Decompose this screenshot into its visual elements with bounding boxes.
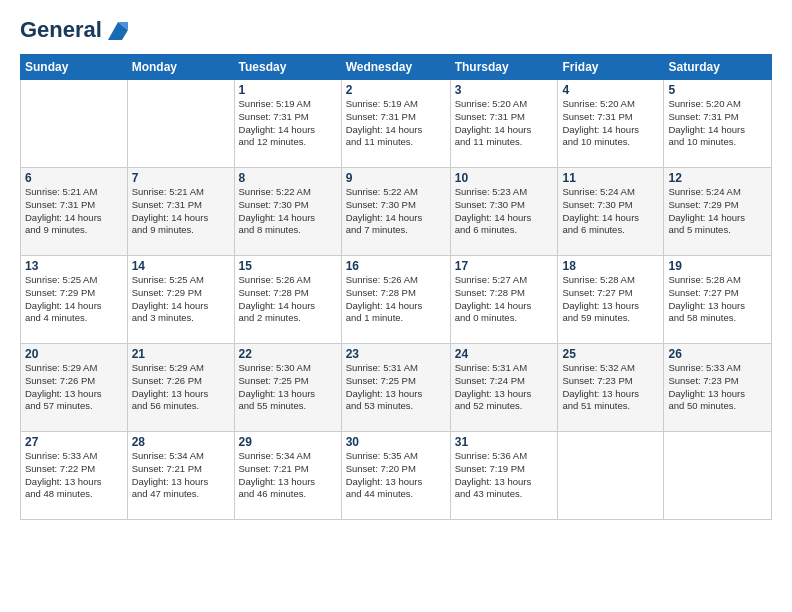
calendar-day-cell: 6Sunrise: 5:21 AM Sunset: 7:31 PM Daylig… bbox=[21, 168, 128, 256]
day-info: Sunrise: 5:36 AM Sunset: 7:19 PM Dayligh… bbox=[455, 450, 554, 501]
day-info: Sunrise: 5:30 AM Sunset: 7:25 PM Dayligh… bbox=[239, 362, 337, 413]
calendar-day-cell: 29Sunrise: 5:34 AM Sunset: 7:21 PM Dayli… bbox=[234, 432, 341, 520]
day-info: Sunrise: 5:34 AM Sunset: 7:21 PM Dayligh… bbox=[132, 450, 230, 501]
calendar-day-cell: 25Sunrise: 5:32 AM Sunset: 7:23 PM Dayli… bbox=[558, 344, 664, 432]
day-info: Sunrise: 5:29 AM Sunset: 7:26 PM Dayligh… bbox=[132, 362, 230, 413]
day-info: Sunrise: 5:20 AM Sunset: 7:31 PM Dayligh… bbox=[668, 98, 767, 149]
day-number: 13 bbox=[25, 259, 123, 273]
day-info: Sunrise: 5:20 AM Sunset: 7:31 PM Dayligh… bbox=[562, 98, 659, 149]
day-number: 29 bbox=[239, 435, 337, 449]
header: General bbox=[20, 16, 772, 44]
day-info: Sunrise: 5:26 AM Sunset: 7:28 PM Dayligh… bbox=[239, 274, 337, 325]
day-number: 3 bbox=[455, 83, 554, 97]
calendar-day-cell bbox=[558, 432, 664, 520]
day-number: 6 bbox=[25, 171, 123, 185]
calendar-day-header: Tuesday bbox=[234, 55, 341, 80]
day-number: 25 bbox=[562, 347, 659, 361]
day-info: Sunrise: 5:23 AM Sunset: 7:30 PM Dayligh… bbox=[455, 186, 554, 237]
day-info: Sunrise: 5:35 AM Sunset: 7:20 PM Dayligh… bbox=[346, 450, 446, 501]
day-number: 1 bbox=[239, 83, 337, 97]
calendar-header-row: SundayMondayTuesdayWednesdayThursdayFrid… bbox=[21, 55, 772, 80]
day-number: 9 bbox=[346, 171, 446, 185]
day-number: 11 bbox=[562, 171, 659, 185]
calendar-day-cell: 5Sunrise: 5:20 AM Sunset: 7:31 PM Daylig… bbox=[664, 80, 772, 168]
calendar-day-header: Saturday bbox=[664, 55, 772, 80]
day-number: 23 bbox=[346, 347, 446, 361]
day-info: Sunrise: 5:19 AM Sunset: 7:31 PM Dayligh… bbox=[346, 98, 446, 149]
calendar-day-cell: 15Sunrise: 5:26 AM Sunset: 7:28 PM Dayli… bbox=[234, 256, 341, 344]
day-info: Sunrise: 5:19 AM Sunset: 7:31 PM Dayligh… bbox=[239, 98, 337, 149]
day-number: 26 bbox=[668, 347, 767, 361]
day-info: Sunrise: 5:27 AM Sunset: 7:28 PM Dayligh… bbox=[455, 274, 554, 325]
day-info: Sunrise: 5:25 AM Sunset: 7:29 PM Dayligh… bbox=[132, 274, 230, 325]
calendar-week-row: 27Sunrise: 5:33 AM Sunset: 7:22 PM Dayli… bbox=[21, 432, 772, 520]
calendar-day-cell: 31Sunrise: 5:36 AM Sunset: 7:19 PM Dayli… bbox=[450, 432, 558, 520]
day-info: Sunrise: 5:29 AM Sunset: 7:26 PM Dayligh… bbox=[25, 362, 123, 413]
day-info: Sunrise: 5:20 AM Sunset: 7:31 PM Dayligh… bbox=[455, 98, 554, 149]
calendar-day-cell: 22Sunrise: 5:30 AM Sunset: 7:25 PM Dayli… bbox=[234, 344, 341, 432]
calendar-day-cell: 9Sunrise: 5:22 AM Sunset: 7:30 PM Daylig… bbox=[341, 168, 450, 256]
calendar-day-cell: 11Sunrise: 5:24 AM Sunset: 7:30 PM Dayli… bbox=[558, 168, 664, 256]
calendar-day-cell: 17Sunrise: 5:27 AM Sunset: 7:28 PM Dayli… bbox=[450, 256, 558, 344]
calendar-day-cell bbox=[664, 432, 772, 520]
calendar-day-header: Monday bbox=[127, 55, 234, 80]
calendar-week-row: 6Sunrise: 5:21 AM Sunset: 7:31 PM Daylig… bbox=[21, 168, 772, 256]
calendar-day-cell: 1Sunrise: 5:19 AM Sunset: 7:31 PM Daylig… bbox=[234, 80, 341, 168]
day-info: Sunrise: 5:31 AM Sunset: 7:25 PM Dayligh… bbox=[346, 362, 446, 413]
calendar-day-cell: 28Sunrise: 5:34 AM Sunset: 7:21 PM Dayli… bbox=[127, 432, 234, 520]
day-number: 31 bbox=[455, 435, 554, 449]
calendar-day-header: Wednesday bbox=[341, 55, 450, 80]
logo: General bbox=[20, 16, 132, 44]
calendar-day-cell: 10Sunrise: 5:23 AM Sunset: 7:30 PM Dayli… bbox=[450, 168, 558, 256]
calendar-day-cell: 7Sunrise: 5:21 AM Sunset: 7:31 PM Daylig… bbox=[127, 168, 234, 256]
day-number: 2 bbox=[346, 83, 446, 97]
day-info: Sunrise: 5:21 AM Sunset: 7:31 PM Dayligh… bbox=[132, 186, 230, 237]
calendar-week-row: 1Sunrise: 5:19 AM Sunset: 7:31 PM Daylig… bbox=[21, 80, 772, 168]
calendar-day-cell: 19Sunrise: 5:28 AM Sunset: 7:27 PM Dayli… bbox=[664, 256, 772, 344]
day-info: Sunrise: 5:28 AM Sunset: 7:27 PM Dayligh… bbox=[668, 274, 767, 325]
day-info: Sunrise: 5:34 AM Sunset: 7:21 PM Dayligh… bbox=[239, 450, 337, 501]
logo-text: General bbox=[20, 19, 102, 41]
calendar-day-cell bbox=[127, 80, 234, 168]
day-number: 28 bbox=[132, 435, 230, 449]
calendar-day-cell: 24Sunrise: 5:31 AM Sunset: 7:24 PM Dayli… bbox=[450, 344, 558, 432]
calendar-day-cell: 4Sunrise: 5:20 AM Sunset: 7:31 PM Daylig… bbox=[558, 80, 664, 168]
day-info: Sunrise: 5:24 AM Sunset: 7:29 PM Dayligh… bbox=[668, 186, 767, 237]
day-number: 15 bbox=[239, 259, 337, 273]
calendar-day-cell: 23Sunrise: 5:31 AM Sunset: 7:25 PM Dayli… bbox=[341, 344, 450, 432]
calendar-table: SundayMondayTuesdayWednesdayThursdayFrid… bbox=[20, 54, 772, 520]
calendar-day-cell: 18Sunrise: 5:28 AM Sunset: 7:27 PM Dayli… bbox=[558, 256, 664, 344]
day-info: Sunrise: 5:25 AM Sunset: 7:29 PM Dayligh… bbox=[25, 274, 123, 325]
day-number: 12 bbox=[668, 171, 767, 185]
day-number: 10 bbox=[455, 171, 554, 185]
day-info: Sunrise: 5:28 AM Sunset: 7:27 PM Dayligh… bbox=[562, 274, 659, 325]
page: General SundayMondayTuesdayWednesdayThur… bbox=[0, 0, 792, 612]
calendar-day-cell: 13Sunrise: 5:25 AM Sunset: 7:29 PM Dayli… bbox=[21, 256, 128, 344]
day-number: 7 bbox=[132, 171, 230, 185]
day-info: Sunrise: 5:24 AM Sunset: 7:30 PM Dayligh… bbox=[562, 186, 659, 237]
day-number: 21 bbox=[132, 347, 230, 361]
day-info: Sunrise: 5:26 AM Sunset: 7:28 PM Dayligh… bbox=[346, 274, 446, 325]
calendar-day-header: Sunday bbox=[21, 55, 128, 80]
day-number: 18 bbox=[562, 259, 659, 273]
calendar-day-cell: 14Sunrise: 5:25 AM Sunset: 7:29 PM Dayli… bbox=[127, 256, 234, 344]
day-info: Sunrise: 5:22 AM Sunset: 7:30 PM Dayligh… bbox=[239, 186, 337, 237]
day-info: Sunrise: 5:22 AM Sunset: 7:30 PM Dayligh… bbox=[346, 186, 446, 237]
calendar-day-cell: 2Sunrise: 5:19 AM Sunset: 7:31 PM Daylig… bbox=[341, 80, 450, 168]
calendar-day-cell: 30Sunrise: 5:35 AM Sunset: 7:20 PM Dayli… bbox=[341, 432, 450, 520]
calendar-day-header: Friday bbox=[558, 55, 664, 80]
day-number: 27 bbox=[25, 435, 123, 449]
calendar-day-cell: 21Sunrise: 5:29 AM Sunset: 7:26 PM Dayli… bbox=[127, 344, 234, 432]
day-info: Sunrise: 5:32 AM Sunset: 7:23 PM Dayligh… bbox=[562, 362, 659, 413]
calendar-day-cell: 3Sunrise: 5:20 AM Sunset: 7:31 PM Daylig… bbox=[450, 80, 558, 168]
day-info: Sunrise: 5:31 AM Sunset: 7:24 PM Dayligh… bbox=[455, 362, 554, 413]
calendar-day-cell: 12Sunrise: 5:24 AM Sunset: 7:29 PM Dayli… bbox=[664, 168, 772, 256]
calendar-day-cell: 8Sunrise: 5:22 AM Sunset: 7:30 PM Daylig… bbox=[234, 168, 341, 256]
calendar-day-header: Thursday bbox=[450, 55, 558, 80]
day-number: 30 bbox=[346, 435, 446, 449]
day-number: 4 bbox=[562, 83, 659, 97]
logo-icon bbox=[104, 16, 132, 44]
day-number: 16 bbox=[346, 259, 446, 273]
day-info: Sunrise: 5:33 AM Sunset: 7:22 PM Dayligh… bbox=[25, 450, 123, 501]
day-info: Sunrise: 5:33 AM Sunset: 7:23 PM Dayligh… bbox=[668, 362, 767, 413]
